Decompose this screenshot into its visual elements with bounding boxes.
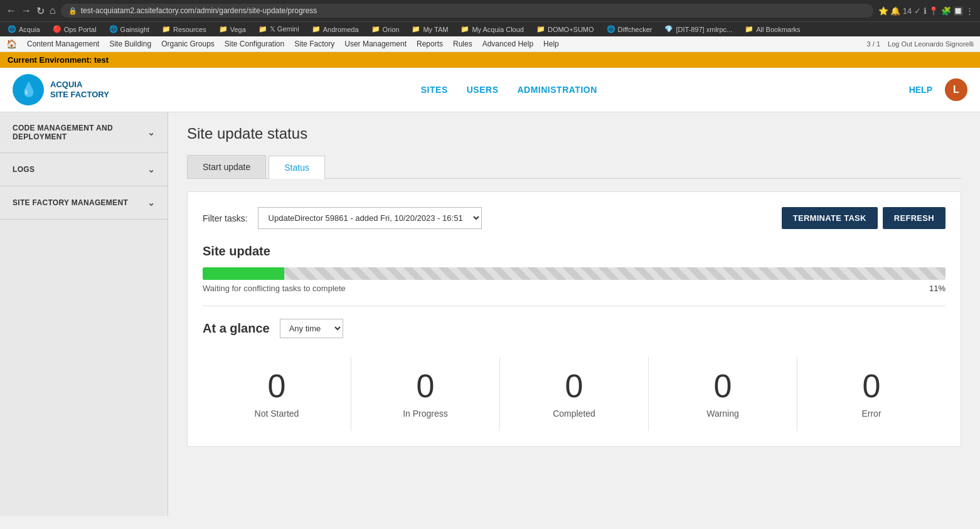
- sub-nav-site-configuration[interactable]: Site Configuration: [225, 40, 284, 48]
- stat-not-started-value: 0: [268, 370, 286, 402]
- sub-nav-advanced-help[interactable]: Advanced Help: [482, 40, 533, 48]
- bookmark-my-tam[interactable]: 📁 My TAM: [409, 24, 450, 35]
- filter-label: Filter tasks:: [203, 213, 248, 223]
- stat-error-label: Error: [861, 409, 881, 419]
- stat-warning: 0 Warning: [649, 357, 797, 431]
- sub-nav-reports[interactable]: Reports: [417, 40, 443, 48]
- user-avatar[interactable]: L: [945, 78, 967, 101]
- site-update-title: Site update: [203, 244, 945, 259]
- bookmark-dit[interactable]: 💎 [DIT-897] xmlrpc...: [662, 24, 735, 35]
- terminate-task-button[interactable]: TERMINATE TASK: [782, 207, 878, 229]
- action-buttons: TERMINATE TASK REFRESH: [782, 207, 945, 229]
- bookmark-ops-portal[interactable]: 🔴 Ops Portal: [50, 24, 99, 35]
- lock-icon: 🔒: [68, 7, 77, 15]
- sub-nav-help[interactable]: Help: [543, 40, 559, 48]
- bookmark-gainsight[interactable]: 🌐 Gainsight: [107, 24, 152, 35]
- refresh-button[interactable]: REFRESH: [883, 207, 945, 229]
- sub-nav-organic-groups[interactable]: Organic Groups: [161, 40, 215, 48]
- main-header: 💧 ACQUIA SITE FACTORY SITES USERS ADMINI…: [0, 68, 980, 112]
- sidebar-item-code-management[interactable]: CODE MANAGEMENT AND DEPLOYMENT ⌄: [0, 112, 168, 153]
- progress-status-text: Waiting for conflicting tasks to complet…: [203, 284, 346, 293]
- stat-in-progress-value: 0: [417, 370, 435, 402]
- nav-sites[interactable]: SITES: [421, 85, 448, 95]
- glance-title: At a glance: [203, 321, 270, 336]
- stat-completed-label: Completed: [553, 409, 595, 419]
- chevron-down-icon: ⌄: [147, 127, 155, 137]
- header-right: HELP L: [909, 78, 967, 101]
- environment-banner-text: Current Environment: test: [8, 55, 109, 65]
- bookmark-all-bookmarks[interactable]: 📁 All Bookmarks: [742, 24, 802, 35]
- bookmarks-bar: 🌐 Acquia 🔴 Ops Portal 🌐 Gainsight 📁 Reso…: [0, 21, 980, 36]
- home-button[interactable]: ⌂: [50, 5, 56, 16]
- content-card: Filter tasks: UpdateDirector 59861 - add…: [187, 191, 961, 447]
- chevron-down-icon: ⌄: [147, 198, 155, 208]
- progress-bar-container: [203, 267, 945, 280]
- main-nav: SITES USERS ADMINISTRATION: [134, 85, 884, 95]
- sidebar-item-sfm-label: SITE FACTORY MANAGEMENT: [13, 198, 128, 207]
- bookmark-domo-sumo[interactable]: 📁 DOMO+SUMO: [534, 24, 597, 35]
- stat-warning-label: Warning: [706, 409, 739, 419]
- stat-in-progress-label: In Progress: [403, 409, 448, 419]
- forward-button[interactable]: →: [21, 5, 31, 16]
- sidebar-item-code-management-label: CODE MANAGEMENT AND DEPLOYMENT: [13, 124, 147, 141]
- back-button[interactable]: ←: [6, 5, 16, 16]
- logout-link[interactable]: Log Out Leonardo Signorelli: [888, 40, 974, 48]
- sub-nav-home-icon[interactable]: 🏠: [6, 39, 17, 49]
- address-bar[interactable]: 🔒 test-acquiatam2.acsitefactory.com/admi…: [61, 4, 873, 18]
- bookmark-vega[interactable]: 📁 Vega: [216, 24, 248, 35]
- sub-nav-site-building[interactable]: Site Building: [109, 40, 151, 48]
- sidebar-item-site-factory-management[interactable]: SITE FACTORY MANAGEMENT ⌄: [0, 186, 168, 220]
- sub-nav-site-factory[interactable]: Site Factory: [294, 40, 334, 48]
- stats-row: 0 Not Started 0 In Progress 0 Completed …: [203, 357, 945, 431]
- environment-banner: Current Environment: test: [0, 52, 980, 68]
- sub-nav-user-management[interactable]: User Management: [344, 40, 407, 48]
- logo-area: 💧 ACQUIA SITE FACTORY: [13, 74, 109, 105]
- reload-button[interactable]: ↻: [36, 5, 45, 17]
- progress-percent: 11%: [929, 284, 945, 293]
- bookmark-orion[interactable]: 📁 Orion: [369, 24, 402, 35]
- filter-tasks-select[interactable]: UpdateDirector 59861 - added Fri, 10/20/…: [258, 207, 482, 229]
- address-text: test-acquiatam2.acsitefactory.com/admin/…: [81, 6, 317, 15]
- divider: [203, 306, 945, 306]
- tabs: Start update Status: [187, 155, 961, 179]
- logo-text: ACQUIA SITE FACTORY: [50, 80, 109, 99]
- sidebar-item-logs[interactable]: LOGS ⌄: [0, 153, 168, 186]
- sub-nav-right: 3 / 1 Log Out Leonardo Signorelli: [867, 40, 974, 48]
- help-link[interactable]: HELP: [909, 85, 932, 95]
- app-layout: CODE MANAGEMENT AND DEPLOYMENT ⌄ LOGS ⌄ …: [0, 112, 980, 516]
- browser-chrome: ← → ↻ ⌂ 🔒 test-acquiatam2.acsitefactory.…: [0, 0, 980, 21]
- page-info: 3 / 1: [867, 40, 880, 48]
- tab-status[interactable]: Status: [269, 156, 325, 179]
- time-filter-select[interactable]: Any time Last hour Last day Last week: [280, 319, 343, 338]
- stat-completed-value: 0: [565, 370, 583, 402]
- sidebar-item-logs-label: LOGS: [13, 165, 35, 174]
- sub-nav-bar: 🏠 Content Management Site Building Organ…: [0, 36, 980, 52]
- stat-not-started-label: Not Started: [255, 409, 299, 419]
- bookmark-diffchecker[interactable]: 🌐 Diffchecker: [604, 24, 655, 35]
- bookmark-resources[interactable]: 📁 Resources: [159, 24, 209, 35]
- progress-info: Waiting for conflicting tasks to complet…: [203, 284, 945, 293]
- filter-row: Filter tasks: UpdateDirector 59861 - add…: [203, 207, 945, 229]
- sub-nav-content-management[interactable]: Content Management: [27, 40, 99, 48]
- chevron-down-icon: ⌄: [147, 164, 155, 174]
- progress-fill: [203, 267, 284, 280]
- tab-start-update[interactable]: Start update: [187, 155, 266, 178]
- bookmark-acquia[interactable]: 🌐 Acquia: [5, 24, 43, 35]
- nav-administration[interactable]: ADMINISTRATION: [517, 85, 597, 95]
- stat-not-started: 0 Not Started: [203, 357, 351, 431]
- stat-in-progress: 0 In Progress: [351, 357, 500, 431]
- logo-icon: 💧: [13, 74, 44, 105]
- stat-completed: 0 Completed: [500, 357, 649, 431]
- sub-nav-rules[interactable]: Rules: [453, 40, 472, 48]
- main-content: Site update status Start update Status F…: [168, 112, 980, 516]
- stat-error: 0 Error: [797, 357, 945, 431]
- page-title: Site update status: [187, 125, 961, 142]
- nav-users[interactable]: USERS: [467, 85, 499, 95]
- sidebar: CODE MANAGEMENT AND DEPLOYMENT ⌄ LOGS ⌄ …: [0, 112, 168, 516]
- stat-error-value: 0: [863, 370, 881, 402]
- bookmark-my-acquia-cloud[interactable]: 📁 My Acquia Cloud: [458, 24, 526, 35]
- extensions-area: ⭐ 🔔 14 ✓ ℹ 📍 🧩 🔲 ⋮: [878, 6, 974, 16]
- glance-header: At a glance Any time Last hour Last day …: [203, 319, 945, 338]
- bookmark-andromeda[interactable]: 📁 Andromeda: [309, 24, 361, 35]
- bookmark-gemini[interactable]: 📁 𝕏 Gemini: [256, 24, 302, 35]
